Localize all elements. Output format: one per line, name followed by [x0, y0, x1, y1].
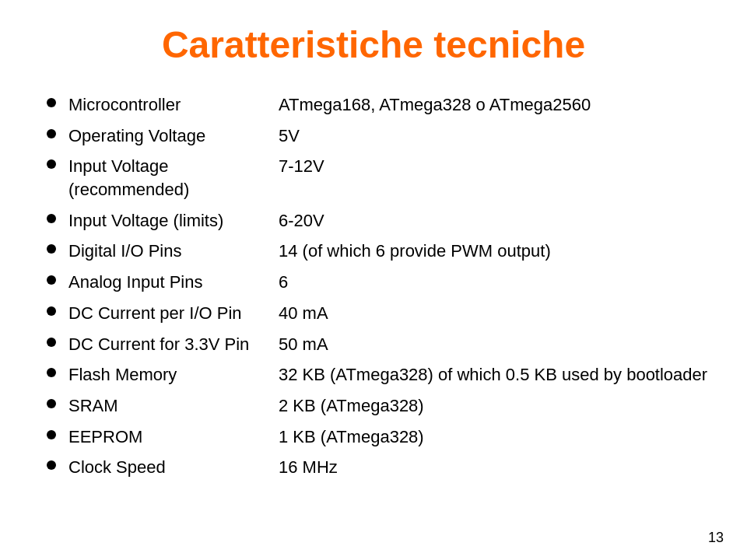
spec-value: 6-20V: [279, 209, 716, 233]
spec-label: Operating Voltage: [68, 124, 279, 148]
spec-label: Microcontroller: [68, 93, 279, 117]
spec-label: Analog Input Pins: [68, 271, 279, 294]
spec-value: 16 MHz: [279, 456, 716, 479]
list-item: Digital I/O Pins14 (of which 6 provide P…: [47, 240, 716, 263]
spec-value: 32 KB (ATmega328) of which 0.5 KB used b…: [279, 363, 716, 387]
spec-label: Flash Memory: [68, 363, 279, 387]
list-item: DC Current for 3.3V Pin50 mA: [47, 333, 716, 356]
page-number: 13: [708, 530, 724, 546]
list-item: Flash Memory32 KB (ATmega328) of which 0…: [47, 363, 716, 387]
bullet-icon: [47, 399, 56, 408]
bullet-icon: [47, 98, 56, 107]
spec-label: DC Current per I/O Pin: [68, 302, 279, 325]
list-item: Clock Speed16 MHz: [47, 456, 716, 479]
list-item: MicrocontrollerATmega168, ATmega328 o AT…: [47, 93, 716, 117]
bullet-icon: [47, 306, 56, 316]
spec-label: Clock Speed: [68, 456, 279, 479]
spec-value: 2 KB (ATmega328): [279, 394, 716, 418]
list-item: SRAM2 KB (ATmega328): [47, 394, 716, 418]
spec-label: EEPROM: [68, 425, 279, 449]
slide-container: Caratteristiche tecniche Microcontroller…: [0, 0, 747, 560]
bullet-icon: [47, 368, 56, 377]
list-item: Analog Input Pins6: [47, 271, 716, 294]
bullet-icon: [47, 460, 56, 470]
spec-label: Input Voltage (limits): [68, 209, 279, 233]
spec-label: Input Voltage (recommended): [68, 155, 279, 201]
spec-value: 40 mA: [279, 302, 716, 325]
list-item: Input Voltage (recommended)7-12V: [47, 155, 716, 201]
spec-value: 5V: [279, 124, 716, 148]
spec-value: 1 KB (ATmega328): [279, 425, 716, 449]
spec-label: SRAM: [68, 394, 279, 418]
bullet-icon: [47, 244, 56, 254]
list-item: Input Voltage (limits)6-20V: [47, 209, 716, 233]
specs-list: MicrocontrollerATmega168, ATmega328 o AT…: [47, 93, 716, 479]
spec-value: 6: [279, 271, 716, 294]
spec-value: 7-12V: [279, 155, 716, 178]
list-item: DC Current per I/O Pin40 mA: [47, 302, 716, 325]
spec-label: DC Current for 3.3V Pin: [68, 333, 279, 356]
spec-value: 50 mA: [279, 333, 716, 356]
bullet-icon: [47, 129, 56, 138]
list-item: Operating Voltage5V: [47, 124, 716, 148]
bullet-icon: [47, 430, 56, 439]
spec-value: ATmega168, ATmega328 o ATmega2560: [279, 93, 716, 117]
bullet-icon: [47, 338, 56, 347]
list-item: EEPROM1 KB (ATmega328): [47, 425, 716, 449]
spec-value: 14 (of which 6 provide PWM output): [279, 240, 716, 263]
spec-label: Digital I/O Pins: [68, 240, 279, 263]
bullet-icon: [47, 214, 56, 223]
bullet-icon: [47, 159, 56, 169]
bullet-icon: [47, 275, 56, 285]
slide-title: Caratteristiche tecniche: [31, 23, 716, 66]
